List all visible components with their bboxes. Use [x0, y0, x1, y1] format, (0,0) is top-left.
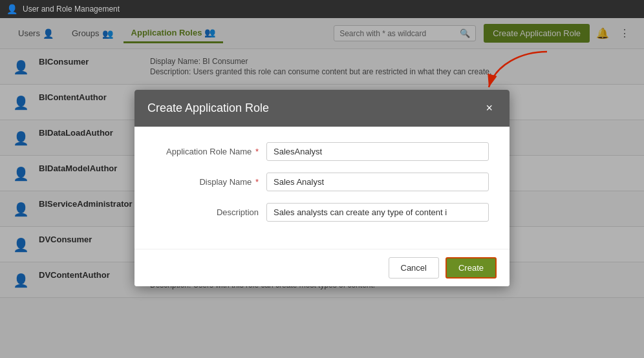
form-row-display-name: Display Name *: [155, 173, 489, 191]
description-label: Description: [155, 207, 259, 217]
display-name-input[interactable]: [266, 173, 489, 191]
create-button[interactable]: Create: [445, 257, 497, 279]
modal-footer: Cancel Create: [134, 249, 510, 286]
create-application-role-modal: Create Application Role × Application Ro…: [134, 90, 510, 286]
cancel-button[interactable]: Cancel: [389, 257, 439, 279]
display-name-label: Display Name *: [155, 177, 259, 187]
role-name-label: Application Role Name *: [155, 147, 259, 156]
required-indicator: *: [255, 177, 259, 187]
title-bar: 👤 User and Role Management: [0, 0, 644, 18]
modal-close-button[interactable]: ×: [482, 100, 497, 116]
role-name-input[interactable]: [266, 142, 489, 161]
modal-body: Application Role Name * Display Name * D…: [134, 127, 510, 249]
modal-header: Create Application Role ×: [134, 90, 510, 127]
modal-title: Create Application Role: [147, 101, 269, 115]
app-title: User and Role Management: [23, 5, 120, 14]
form-row-description: Description: [155, 203, 489, 222]
user-management-icon: 👤: [6, 4, 17, 14]
modal-overlay: Create Application Role × Application Ro…: [0, 18, 644, 358]
form-row-role-name: Application Role Name *: [155, 142, 489, 161]
description-input[interactable]: [266, 203, 489, 222]
required-indicator: *: [255, 147, 259, 156]
